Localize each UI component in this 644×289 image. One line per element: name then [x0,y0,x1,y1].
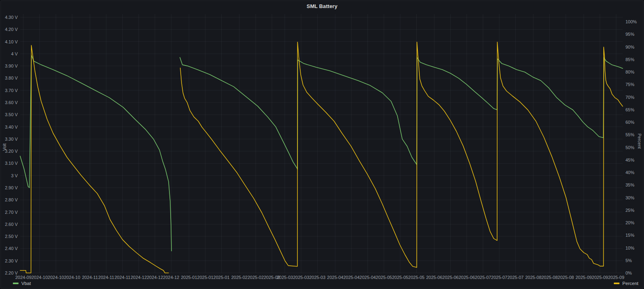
svg-text:3.80 V: 3.80 V [5,76,18,80]
svg-text:70%: 70% [625,95,634,100]
right-axis-tick-labels: 0%5%10%15%20%25%30%35%40%45%50%55%60%65%… [625,19,637,275]
svg-text:2025-09: 2025-09 [608,275,624,280]
svg-text:2025-02: 2025-02 [248,275,264,280]
svg-text:80%: 80% [625,70,634,74]
svg-text:2025-03: 2025-03 [277,275,293,280]
svg-text:2025-06: 2025-06 [458,275,475,280]
svg-text:2025-07: 2025-07 [475,275,491,280]
grid-lines [20,14,623,273]
svg-text:2024-11: 2024-11 [114,275,130,280]
svg-text:2025-07: 2025-07 [491,275,507,280]
svg-text:2024-10: 2024-10 [48,275,64,280]
svg-text:85%: 85% [625,57,634,62]
percent-line[interactable] [20,45,169,273]
left-axis-tick-labels: 2.20 V2.30 V2.40 V2.50 V2.60 V2.70 V2.80… [5,15,18,275]
svg-text:2025-05: 2025-05 [408,275,424,280]
svg-text:2025-07: 2025-07 [508,275,524,280]
left-axis-title: Volt [2,143,7,151]
svg-text:10%: 10% [625,246,634,250]
legend-label-vbat: Vbat [21,281,31,286]
svg-text:35%: 35% [625,182,634,187]
svg-text:30%: 30% [625,195,634,200]
svg-text:2.30 V: 2.30 V [5,258,18,263]
svg-text:50%: 50% [625,145,634,150]
svg-text:3 V: 3 V [11,173,18,178]
svg-text:2025-06: 2025-06 [426,275,442,280]
svg-text:3.40 V: 3.40 V [5,125,18,129]
svg-text:2024-11: 2024-11 [98,275,114,280]
svg-text:2025-05: 2025-05 [376,275,392,280]
svg-text:3.30 V: 3.30 V [5,137,18,141]
svg-text:2025-05: 2025-05 [392,275,408,280]
legend-item-percent[interactable]: Percent [614,280,638,287]
svg-text:2.70 V: 2.70 V [5,210,18,215]
percent-series-swatch [614,283,619,284]
svg-text:55%: 55% [625,132,634,137]
svg-text:2.90 V: 2.90 V [5,185,18,190]
svg-text:5%: 5% [625,258,632,263]
x-axis-tick-labels: 2024-092024-102024-102024-102024-112024-… [15,275,624,280]
svg-text:2025-04: 2025-04 [343,275,359,280]
panel-sml-battery: SML Battery 2.20 V2.30 V2.40 V2.50 V2.60… [0,0,644,289]
right-axis-title: Percent [637,133,642,149]
svg-text:3.60 V: 3.60 V [5,100,18,105]
svg-text:2025-04: 2025-04 [327,275,343,280]
svg-text:2025-08: 2025-08 [541,275,557,280]
svg-text:2025-02: 2025-02 [231,275,248,280]
svg-text:4.20 V: 4.20 V [5,27,18,32]
svg-text:2025-01: 2025-01 [213,275,229,280]
svg-text:2025-03: 2025-03 [309,275,325,280]
vbat-line[interactable] [20,55,171,251]
svg-text:3.70 V: 3.70 V [5,88,18,93]
time-series-chart[interactable]: 2.20 V2.30 V2.40 V2.50 V2.60 V2.70 V2.80… [1,1,644,289]
svg-text:2024-12: 2024-12 [130,275,147,280]
svg-text:40%: 40% [625,170,634,175]
svg-text:2024-10: 2024-10 [64,275,80,280]
svg-text:2024-09: 2024-09 [15,275,31,280]
svg-text:2025-03: 2025-03 [293,275,309,280]
svg-text:2024-12: 2024-12 [163,275,179,280]
legend-item-vbat[interactable]: Vbat [13,280,31,287]
svg-text:3.50 V: 3.50 V [5,112,18,117]
svg-text:25%: 25% [625,208,634,213]
svg-text:60%: 60% [625,120,634,125]
svg-text:2.40 V: 2.40 V [5,246,18,251]
legend-label-percent: Percent [622,281,638,286]
svg-text:2025-08: 2025-08 [525,275,541,280]
svg-text:95%: 95% [625,32,634,37]
percent-line[interactable] [180,42,623,268]
svg-text:3.20 V: 3.20 V [5,149,18,154]
vbat-series-swatch [13,283,19,284]
svg-text:45%: 45% [625,158,634,162]
svg-text:2024-11: 2024-11 [82,275,98,280]
svg-text:2025-01: 2025-01 [197,275,213,280]
svg-text:2.50 V: 2.50 V [5,234,18,239]
svg-text:15%: 15% [625,233,634,238]
svg-text:2024-12: 2024-12 [147,275,163,280]
legend: Vbat Percent [1,280,643,287]
vbat-line[interactable] [180,57,623,170]
svg-text:2025-08: 2025-08 [558,275,574,280]
svg-text:3.10 V: 3.10 V [5,161,18,166]
svg-text:2.80 V: 2.80 V [5,197,18,202]
svg-text:4.30 V: 4.30 V [5,15,18,20]
svg-text:65%: 65% [625,107,634,112]
svg-text:3.90 V: 3.90 V [5,64,18,68]
svg-text:4 V: 4 V [11,51,18,56]
svg-text:4.10 V: 4.10 V [5,39,18,44]
svg-text:90%: 90% [625,45,634,49]
svg-text:2025-04: 2025-04 [359,275,376,280]
svg-text:2025-09: 2025-09 [576,275,592,280]
svg-text:2025-09: 2025-09 [592,275,608,280]
svg-text:2025-06: 2025-06 [442,275,458,280]
svg-text:2024-10: 2024-10 [31,275,47,280]
svg-text:20%: 20% [625,220,634,225]
svg-text:2.60 V: 2.60 V [5,222,18,227]
svg-text:0%: 0% [625,271,632,275]
svg-text:75%: 75% [625,82,634,87]
svg-text:2025-01: 2025-01 [181,275,197,280]
svg-text:100%: 100% [625,19,637,24]
